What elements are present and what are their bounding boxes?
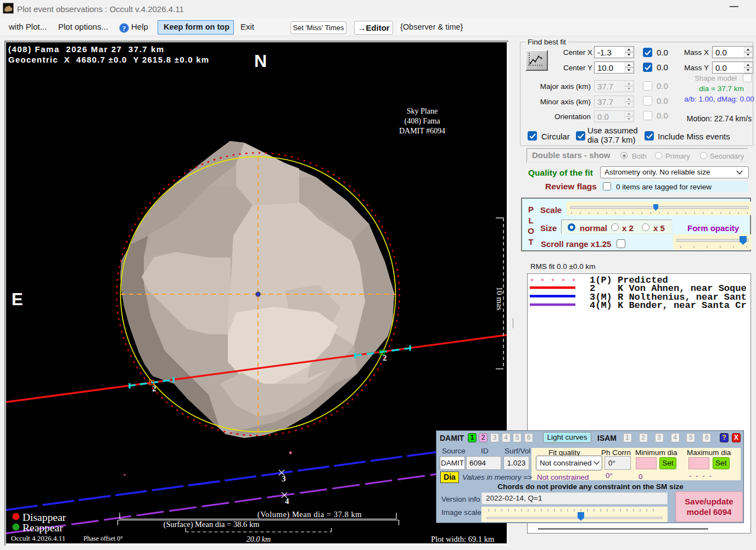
svg-text:DAMIT #6094: DAMIT #6094 bbox=[399, 127, 445, 135]
svg-text:Plot width: 69.1 km: Plot width: 69.1 km bbox=[431, 535, 495, 543]
svg-text:Occult 4.2026.4.11: Occult 4.2026.4.11 bbox=[11, 534, 65, 542]
svg-text:(Volume) Mean dia = 37.8 km: (Volume) Mean dia = 37.8 km bbox=[257, 510, 362, 519]
svg-text:(408) Fama 2026 Mar 27 37.7: (408) Fama 2026 Mar 27 37.7 km bbox=[8, 44, 165, 54]
svg-text:3: 3 bbox=[282, 474, 286, 483]
svg-text:(Surface) Mean dia = 38.6 km: (Surface) Mean dia = 38.6 km bbox=[164, 520, 260, 529]
svg-text:2: 2 bbox=[152, 384, 156, 393]
svg-text:Geocentric X 4680.7 ±0.0 Y: Geocentric X 4680.7 ±0.0 Y 2615.8 ±0.0 k… bbox=[8, 55, 209, 64]
svg-text:Sky Plane: Sky Plane bbox=[407, 107, 438, 115]
svg-text:4(M) K Bender, near Santa Cr: 4(M) K Bender, near Santa Cr bbox=[590, 300, 747, 311]
svg-text:Disappear: Disappear bbox=[23, 512, 66, 523]
svg-text:N: N bbox=[254, 51, 267, 71]
svg-text:(408) Fama: (408) Fama bbox=[405, 117, 441, 126]
svg-text:2: 2 bbox=[383, 353, 387, 362]
svg-text:Reappear: Reappear bbox=[23, 522, 63, 534]
svg-text:?: ? bbox=[122, 24, 126, 32]
svg-text:20.0 km: 20.0 km bbox=[247, 535, 271, 543]
svg-text:E: E bbox=[12, 290, 23, 309]
svg-text:10 mas: 10 mas bbox=[495, 287, 504, 311]
svg-text:Phase offset 0°: Phase offset 0° bbox=[83, 535, 123, 542]
svg-text:4: 4 bbox=[285, 497, 289, 506]
